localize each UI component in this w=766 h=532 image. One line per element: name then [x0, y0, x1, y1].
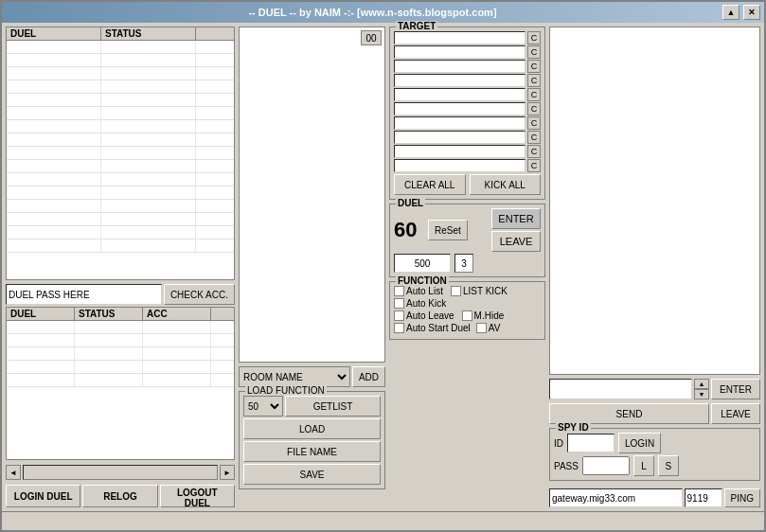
- kick-all-button[interactable]: KICK ALL: [470, 174, 542, 195]
- m-hide-checkbox[interactable]: [462, 310, 472, 321]
- target-input-3[interactable]: [394, 60, 526, 73]
- auto-list-label: Auto List: [406, 286, 443, 296]
- table-row: [7, 80, 234, 94]
- target-clear-3[interactable]: C: [527, 60, 541, 73]
- chat-enter-button[interactable]: ENTER: [711, 379, 760, 399]
- target-row-5: C: [394, 88, 541, 101]
- func-row-4: Auto Start Duel AV: [394, 323, 541, 333]
- target-clear-6[interactable]: C: [527, 102, 541, 115]
- gateway-input[interactable]: [549, 488, 683, 507]
- chat-input[interactable]: [549, 379, 692, 399]
- num-select[interactable]: 50: [243, 396, 283, 417]
- main-content: DUEL STATUS: [2, 23, 764, 511]
- col-status: STATUS: [101, 27, 196, 40]
- target-action-row: CLEAR ALL KICK ALL: [394, 174, 541, 195]
- target-row-4: C: [394, 74, 541, 87]
- mid-panel: 00 ROOM NAME ADD LOAD FUNCTION 50 GETLIS…: [239, 27, 385, 507]
- target-clear-7[interactable]: C: [527, 116, 541, 130]
- table-row: [7, 160, 234, 173]
- duel-value-input[interactable]: [394, 254, 451, 273]
- load-buttons: LOAD FILE NAME SAVE: [243, 418, 381, 485]
- scroll-right-button[interactable]: ►: [220, 465, 235, 480]
- duel-enter-button[interactable]: ENTER: [491, 208, 541, 229]
- duel-pass-input[interactable]: [6, 284, 162, 305]
- maximize-button[interactable]: ▲: [722, 5, 739, 20]
- add-room-button[interactable]: ADD: [352, 366, 385, 387]
- getlist-button[interactable]: GETLIST: [285, 396, 381, 417]
- scroll-left-button[interactable]: ◄: [6, 465, 21, 480]
- chat-scroll-down[interactable]: ▼: [694, 389, 709, 399]
- auto-start-label: Auto Start Duel: [406, 323, 471, 333]
- target-clear-10[interactable]: C: [527, 159, 541, 172]
- horizontal-scrollbar[interactable]: [23, 465, 218, 480]
- target-clear-2[interactable]: C: [527, 45, 541, 59]
- target-clear-5[interactable]: C: [527, 88, 541, 101]
- auto-kick-checkbox[interactable]: [394, 298, 404, 309]
- send-leave-row: SEND LEAVE: [549, 403, 760, 424]
- duel-box-label: DUEL: [396, 198, 425, 208]
- logout-duel-button[interactable]: LOGOUT DUEL: [160, 485, 235, 507]
- ping-button[interactable]: PING: [724, 488, 760, 507]
- target-clear-4[interactable]: C: [527, 74, 541, 87]
- load-function-box: LOAD FUNCTION 50 GETLIST LOAD FILE NAME …: [239, 391, 385, 489]
- target-input-7[interactable]: [394, 116, 526, 130]
- target-clear-1[interactable]: C: [527, 31, 541, 44]
- spy-box: SPY ID ID LOGIN PASS L S: [549, 428, 760, 481]
- chat-scroll-up[interactable]: ▲: [694, 379, 709, 389]
- target-input-5[interactable]: [394, 88, 526, 101]
- spy-id-row: ID LOGIN: [554, 433, 756, 453]
- spy-s-button[interactable]: S: [658, 455, 679, 476]
- target-input-9[interactable]: [394, 145, 526, 158]
- auto-list-checkbox[interactable]: [394, 286, 404, 296]
- table-row: [7, 374, 234, 387]
- send-button[interactable]: SEND: [549, 403, 709, 424]
- table2-header: DUEL STATUS ACC: [7, 308, 234, 321]
- col-duel: DUEL: [7, 27, 101, 40]
- av-checkbox[interactable]: [476, 323, 487, 333]
- login-duel-button[interactable]: LOGIN DUEL: [6, 485, 80, 507]
- target-input-8[interactable]: [394, 131, 526, 144]
- clear-all-button[interactable]: CLEAR ALL: [394, 174, 466, 195]
- room-select[interactable]: ROOM NAME: [239, 366, 350, 387]
- func-row-2: Auto Kick: [394, 298, 541, 309]
- counter-display: 00: [361, 30, 382, 45]
- relog-button[interactable]: RELOG: [82, 485, 157, 507]
- chat-scroll: ▲ ▼: [694, 379, 709, 399]
- filename-button[interactable]: FILE NAME: [243, 441, 381, 462]
- col2-acc: ACC: [143, 308, 211, 320]
- target-input-6[interactable]: [394, 102, 526, 115]
- list-kick-checkbox[interactable]: [451, 286, 461, 296]
- target-input-2[interactable]: [394, 45, 526, 59]
- auto-start-checkbox[interactable]: [394, 323, 404, 333]
- spy-id-text: ID: [554, 438, 563, 449]
- spy-pass-input[interactable]: [582, 456, 630, 475]
- title-bar: -- DUEL -- by NAIM -:- [www.n-softs.blog…: [2, 2, 764, 23]
- load-button[interactable]: LOAD: [243, 418, 381, 439]
- duel-list-table: DUEL STATUS: [6, 27, 235, 280]
- target-input-10[interactable]: [394, 159, 526, 172]
- target-input-4[interactable]: [394, 74, 526, 87]
- gateway-row: PING: [549, 488, 760, 507]
- spy-login-button[interactable]: LOGIN: [618, 433, 661, 453]
- target-input-1[interactable]: [394, 31, 526, 44]
- duel-leave-button[interactable]: LEAVE: [491, 231, 541, 252]
- reset-button[interactable]: ReSet: [428, 220, 468, 240]
- spy-pass-row: PASS L S: [554, 455, 756, 476]
- port-input[interactable]: [685, 488, 722, 507]
- target-row-2: C: [394, 45, 541, 59]
- target-clear-9[interactable]: C: [527, 145, 541, 158]
- table-rows: [7, 41, 234, 253]
- target-clear-8[interactable]: C: [527, 131, 541, 144]
- table-row: [7, 120, 234, 133]
- table-row: [7, 54, 234, 67]
- chat-leave-button[interactable]: LEAVE: [711, 403, 760, 424]
- save-button[interactable]: SAVE: [243, 464, 381, 485]
- close-button[interactable]: ✕: [743, 5, 760, 20]
- func-row-1: Auto List LIST KICK: [394, 286, 541, 296]
- check-acc-button[interactable]: CHECK ACC.: [164, 284, 235, 305]
- spy-l-button[interactable]: L: [633, 455, 654, 476]
- duel-badge: 3: [454, 254, 473, 273]
- auto-leave-checkbox[interactable]: [394, 310, 404, 321]
- spy-id-input[interactable]: [567, 434, 615, 452]
- table-row: [7, 226, 234, 239]
